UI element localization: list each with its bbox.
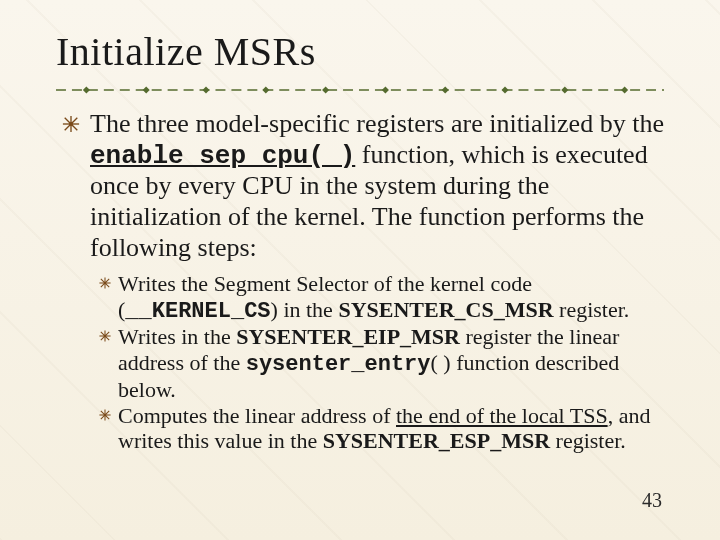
kernel-cs-code: __KERNEL_CS [125,299,270,324]
sub-text-2: Writes in the SYSENTER_EIP_MSR register … [118,324,664,403]
s1-c: register. [554,297,630,322]
s3-a: Computes the linear address of [118,403,396,428]
sub-text-3: Computes the linear address of the end o… [118,403,664,454]
main-paragraph: The three model-specific registers are i… [90,109,664,263]
end-of-local-tss: the end of the local TSS [396,403,608,428]
sysenter-entry-code: sysenter_entry [246,352,431,377]
svg-rect-10 [621,86,628,93]
svg-rect-8 [501,86,508,93]
svg-rect-1 [83,86,90,93]
sub-item-2: Writes in the SYSENTER_EIP_MSR register … [98,324,664,403]
sub-item-3: Computes the linear address of the end o… [98,403,664,454]
svg-rect-2 [143,86,150,93]
snowflake-bullet-icon [98,408,112,422]
s3-c: register. [550,428,626,453]
svg-point-20 [104,283,106,285]
sysenter-eip-msr: SYSENTER_EIP_MSR [236,324,460,349]
svg-rect-3 [202,86,209,93]
slide: Initialize MSRs [0,0,720,540]
svg-rect-5 [322,86,329,93]
main-text-pre: The three model-specific registers are i… [90,109,664,138]
svg-point-25 [104,336,106,338]
snowflake-bullet-icon [62,115,80,133]
main-bullet-block: The three model-specific registers are i… [62,109,664,263]
divider-graphic [56,85,664,95]
sub-text-1: Writes the Segment Selector of the kerne… [118,271,664,324]
sysenter-cs-msr: SYSENTER_CS_MSR [338,297,553,322]
s1-b: ) in the [271,297,339,322]
page-number: 43 [642,489,662,512]
s2-a: Writes in the [118,324,236,349]
sysenter-esp-msr: SYSENTER_ESP_MSR [323,428,550,453]
svg-point-30 [104,414,106,416]
snowflake-bullet-icon [98,276,112,290]
slide-title: Initialize MSRs [56,28,664,75]
sub-item-1: Writes the Segment Selector of the kerne… [98,271,664,324]
svg-rect-9 [561,86,568,93]
svg-rect-4 [262,86,269,93]
divider [56,85,664,95]
svg-point-15 [70,123,73,126]
snowflake-bullet-icon [98,329,112,343]
sub-bullet-list: Writes the Segment Selector of the kerne… [98,271,664,454]
svg-rect-7 [442,86,449,93]
svg-rect-6 [382,86,389,93]
enable-sep-cpu-code: enable_sep_cpu( ) [90,141,355,171]
